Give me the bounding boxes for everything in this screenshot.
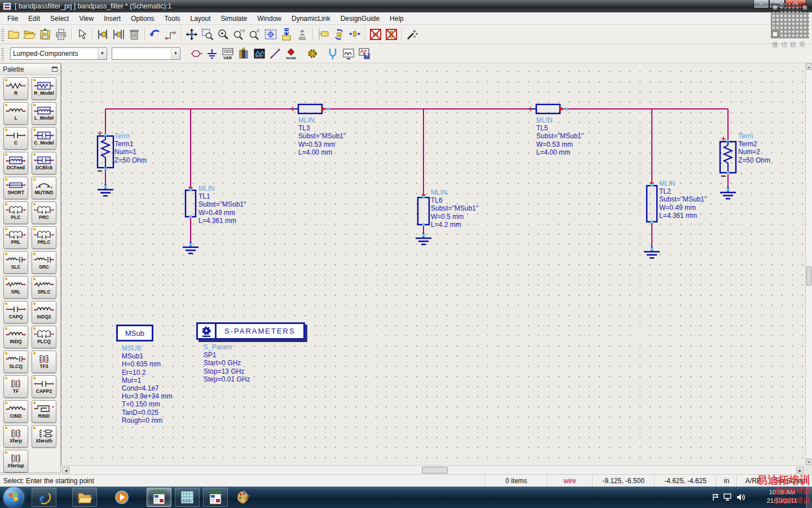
wire-label-icon[interactable] — [315, 27, 331, 42]
palette-item-SRLC[interactable]: SRLC — [32, 276, 56, 299]
taskbar-item-ads-schematic-2[interactable] — [203, 488, 228, 507]
menu-options[interactable]: Options — [126, 13, 159, 24]
menu-dynamiclink[interactable]: DynamicLink — [286, 13, 336, 24]
palette-item-InDQ2[interactable]: InDQ2 — [32, 301, 56, 323]
palette-item-R[interactable]: R — [3, 77, 28, 100]
menu-edit[interactable]: Edit — [23, 13, 45, 24]
save-icon[interactable] — [37, 27, 53, 42]
wire-name-icon[interactable]: NAME — [283, 46, 299, 62]
component-library-icon[interactable] — [236, 46, 251, 62]
print-icon[interactable] — [53, 27, 69, 42]
zoom-in-2x-icon[interactable]: +2 — [231, 27, 247, 42]
vertical-scrollbar[interactable]: ▲ ▼ — [805, 63, 812, 465]
start-button[interactable] — [3, 487, 24, 508]
palette-item-TF[interactable]: TF — [3, 375, 28, 398]
volume-icon[interactable] — [736, 493, 745, 501]
palette-item-C_Model[interactable]: C_Model — [32, 127, 56, 150]
deactivate-component-icon[interactable] — [368, 27, 383, 42]
menu-layout[interactable]: Layout — [186, 13, 216, 24]
minimize-button[interactable]: – — [753, 0, 769, 8]
palette-item-PLCQ[interactable]: PLCQ — [32, 326, 56, 348]
menu-file[interactable]: File — [2, 13, 23, 24]
title-bar[interactable]: [ bandpassfilter_prj ] bandpass_filter *… — [0, 0, 812, 12]
palette-item-SHORT[interactable]: SHORT — [3, 177, 28, 199]
palette-item-SRL[interactable]: SRL — [3, 276, 28, 299]
wire-icon[interactable] — [267, 46, 283, 62]
term2-labels[interactable]: TermTerm2Num=2Z=50 Ohm — [738, 132, 770, 164]
taskbar-item-data-display[interactable] — [175, 488, 200, 507]
new-design-icon[interactable] — [6, 27, 21, 42]
ground-icon[interactable] — [204, 46, 220, 62]
reroute-icon[interactable] — [163, 27, 179, 42]
palette-item-R_Model[interactable]: R_Model — [32, 77, 56, 100]
palette-item-CIND[interactable]: CIND — [3, 400, 28, 423]
display-template-icon[interactable]: R=l? — [251, 46, 267, 62]
palette-item-Xferuth[interactable]: Xferuth — [32, 425, 56, 448]
palette-dock-icon[interactable] — [52, 67, 58, 72]
horizontal-scrollbar[interactable]: ◀ ▶ — [61, 465, 805, 474]
component-bodies[interactable] — [98, 104, 736, 225]
component-disconnect-icon[interactable] — [111, 27, 126, 42]
palette-item-SRC[interactable]: SRC — [32, 251, 56, 274]
msub-component[interactable]: MSub — [116, 325, 153, 341]
ground-symbols[interactable] — [98, 184, 736, 258]
palette-item-PRC[interactable]: PRC — [32, 202, 56, 224]
menu-tools[interactable]: Tools — [160, 13, 186, 24]
taskbar-item-ads-schematic[interactable] — [147, 488, 171, 507]
tl5-labels[interactable]: MLINTL5Subst="MSub1"W=0.53 mmL=4.00 mm — [536, 116, 584, 156]
wires[interactable] — [105, 109, 728, 252]
palette-item-RIND[interactable]: RIND — [32, 400, 56, 423]
taskbar-item-media-player[interactable] — [109, 488, 134, 507]
network-icon[interactable] — [723, 493, 732, 501]
tl6-labels[interactable]: MLINTL6Subst="MSub1"W=0.5 mmL=4.2 mm — [431, 189, 478, 229]
push-into-hierarchy-icon[interactable] — [279, 27, 294, 42]
palette-item-CAPP2[interactable]: CAPP2 — [32, 375, 56, 398]
tune-icon[interactable] — [325, 46, 341, 62]
palette-item-Xferp[interactable]: Xferp — [3, 425, 28, 448]
palette-item-PRL[interactable]: PRL — [3, 226, 28, 249]
tl2-labels[interactable]: MLINTL2Subst="MSub1"W=0.49 mmL=4.361 mm — [659, 179, 707, 220]
menu-window[interactable]: Window — [252, 13, 286, 24]
horizontal-scroll-thumb[interactable] — [422, 467, 448, 474]
menu-select[interactable]: Select — [45, 13, 74, 24]
palette-item-C[interactable]: C — [3, 127, 28, 150]
pop-out-hierarchy-icon[interactable] — [294, 27, 310, 42]
zoom-in-icon[interactable] — [215, 27, 231, 42]
deactivate-pin-icon[interactable] — [383, 27, 399, 42]
port-icon[interactable] — [188, 46, 204, 62]
menu-simulate[interactable]: Simulate — [216, 13, 253, 24]
scroll-right-icon[interactable]: ▶ — [796, 467, 804, 474]
scroll-down-icon[interactable]: ▼ — [806, 458, 811, 465]
rotate-icon[interactable] — [331, 27, 347, 42]
palette-item-SLCQ[interactable]: SLCQ — [3, 351, 28, 373]
mirror-icon[interactable] — [347, 27, 363, 42]
menu-designguide[interactable]: DesignGuide — [336, 13, 385, 24]
palette-item-PLC[interactable]: PLC — [3, 202, 28, 224]
palette-select[interactable]: Lumped-Components ▼ — [10, 47, 107, 60]
open-design-icon[interactable] — [21, 27, 37, 42]
scroll-left-icon[interactable]: ◀ — [62, 467, 70, 474]
term1-labels[interactable]: TermTerm1Num=1Z=50 Ohm — [114, 132, 147, 164]
palette-item-L[interactable]: L — [3, 102, 28, 125]
palette-item-Xfertap[interactable]: Xfertap — [3, 450, 28, 472]
msub-labels[interactable]: MSUBMSub1H=0.635 mmEr=10.2Mur=1Cond=4.1e… — [122, 344, 172, 424]
taskbar-clock[interactable]: 10:08 AM 21/10/2011 — [767, 488, 797, 505]
action-center-flag-icon[interactable] — [712, 493, 720, 501]
toolbar-grip[interactable] — [1, 28, 4, 41]
tl3-labels[interactable]: MLINTL3Subst="MSub1"W=0.53 mmL=4.00 mm — [298, 116, 346, 156]
schematic-canvas[interactable]: TermTerm1Num=1Z=50 Ohm MLINTL3Subst="MSu… — [61, 63, 805, 465]
taskbar-item-browser[interactable]: e — [32, 488, 56, 507]
palette-item-DCFeed[interactable]: DCFeed — [3, 152, 28, 174]
palette-item-PRLC[interactable]: PRLC — [32, 226, 56, 249]
scroll-up-icon[interactable]: ▲ — [806, 63, 811, 70]
zoom-out-2x-icon[interactable]: -2 — [247, 27, 263, 42]
palette-item-L_Model[interactable]: L_Model — [32, 102, 56, 125]
data-display-icon[interactable] — [341, 46, 356, 62]
palette-item-CAPQ[interactable]: CAPQ — [3, 301, 28, 323]
show-desktop-button[interactable] — [806, 487, 812, 508]
simulation-settings-gear-icon[interactable] — [304, 46, 320, 62]
wand-icon[interactable] — [404, 27, 420, 42]
palette-item-DCBlck[interactable]: DCBlck — [32, 152, 56, 174]
move-icon[interactable] — [184, 27, 200, 42]
menu-insert[interactable]: Insert — [99, 13, 126, 24]
